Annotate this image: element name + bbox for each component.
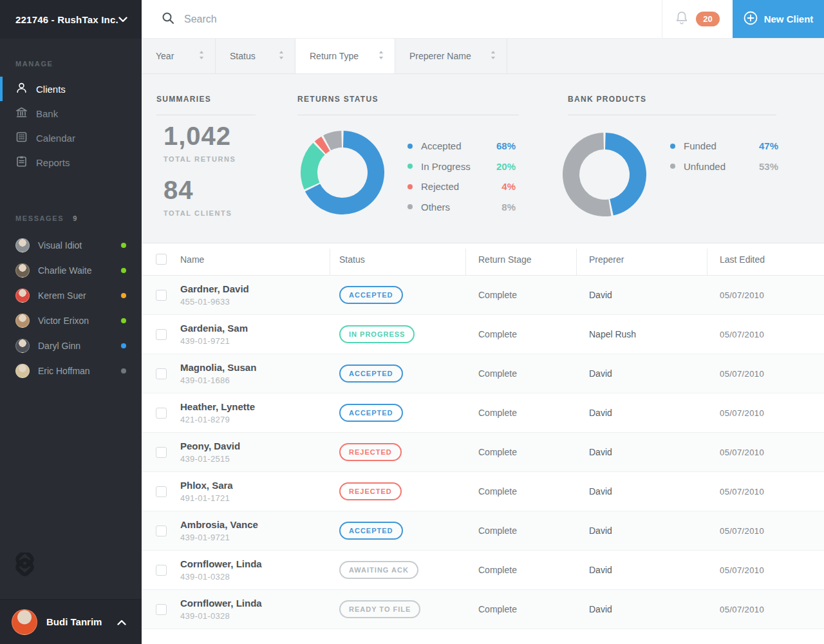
filter-year[interactable]: Year	[142, 39, 216, 73]
last-edited: 05/07/2010	[720, 605, 764, 614]
legend-label: Others	[421, 202, 501, 213]
row-checkbox[interactable]	[156, 565, 167, 576]
message-contact[interactable]: Kerem Suer	[0, 283, 142, 308]
column-header-return-stage[interactable]: Return Stage	[465, 243, 576, 275]
legend-value: 68%	[496, 140, 516, 151]
client-name: Phlox, Sara	[180, 480, 233, 491]
avatar	[15, 364, 30, 378]
returns-status-donut	[301, 131, 384, 214]
status-pill: ACCEPTED	[339, 365, 403, 383]
total-clients-value: 84	[164, 176, 232, 205]
row-checkbox[interactable]	[156, 368, 167, 379]
preparer: Napel Rush	[589, 329, 636, 339]
return-stage: Complete	[478, 368, 517, 379]
row-checkbox[interactable]	[156, 408, 167, 419]
filter-status[interactable]: Status	[216, 39, 295, 73]
avatar	[15, 238, 30, 252]
sidebar-item-label: Calendar	[36, 133, 75, 144]
row-checkbox[interactable]	[156, 329, 167, 340]
summaries-title: SUMMARIES	[156, 95, 211, 104]
clients-table: Name Status Return Stage Preperer Last E…	[142, 243, 824, 644]
last-edited: 05/07/2010	[720, 526, 764, 536]
table-row[interactable]: Ambrosia, Vance 439-01-9721 ACCEPTED Com…	[142, 511, 824, 551]
company-name: 221746 - RushTax Inc.	[15, 14, 118, 25]
column-header-preparer[interactable]: Preperer	[576, 243, 707, 275]
legend-marker-icon	[670, 144, 675, 149]
status-pill: ACCEPTED	[339, 286, 403, 304]
user-name: Budi Tanrim	[46, 616, 117, 627]
message-contact[interactable]: Visual Idiot	[0, 232, 142, 258]
last-edited: 05/07/2010	[720, 565, 764, 575]
legend-marker-icon	[407, 164, 413, 169]
legend-item: Unfunded 53%	[670, 156, 778, 177]
client-ssn: 439-01-2515	[180, 454, 230, 464]
row-checkbox[interactable]	[156, 486, 167, 497]
status-dot	[121, 268, 126, 273]
row-checkbox[interactable]	[156, 526, 167, 536]
total-clients-stat: 84 TOTAL CLIENTS	[164, 176, 232, 217]
row-checkbox[interactable]	[156, 447, 167, 458]
return-stage: Complete	[478, 329, 517, 339]
notifications[interactable]: 20	[662, 0, 733, 38]
notification-badge: 20	[696, 12, 719, 26]
search-icon	[162, 12, 174, 27]
avatar	[15, 289, 30, 303]
client-ssn: 439-01-1686	[180, 375, 230, 385]
status-pill: REJECTED	[339, 443, 402, 461]
table-row[interactable]: Cornflower, Linda 439-01-0328 AWAITING A…	[142, 551, 824, 590]
client-cell: Gardenia, Sam 439-01-9721	[180, 315, 330, 354]
row-checkbox[interactable]	[156, 604, 167, 615]
total-returns-stat: 1,042 TOTAL RETURNS	[164, 122, 236, 163]
message-contact[interactable]: Daryl Ginn	[0, 333, 142, 358]
message-contact[interactable]: Eric Hoffman	[0, 358, 142, 383]
table-row[interactable]: Gardenia, Sam 439-01-9721 IN PROGRESS Co…	[142, 315, 824, 354]
select-all-checkbox[interactable]	[156, 254, 167, 265]
column-header-status[interactable]: Status	[330, 243, 465, 275]
total-returns-label: TOTAL RETURNS	[164, 155, 236, 163]
sidebar-item-calendar[interactable]: Calendar	[0, 126, 142, 150]
company-switcher[interactable]: 221746 - RushTax Inc.	[0, 0, 142, 39]
sidebar-item-reports[interactable]: Reports	[0, 150, 142, 175]
status-dot	[121, 243, 126, 248]
table-row[interactable]: Heather, Lynette 421-01-8279 ACCEPTED Co…	[142, 393, 824, 433]
table-row[interactable]: Phlox, Sara 491-01-1721 REJECTED Complet…	[142, 472, 824, 511]
table-row[interactable]: Cornflower, Linda 439-01-0328 READY TO F…	[142, 590, 824, 629]
client-name: Gardner, David	[180, 283, 249, 294]
legend-label: Accepted	[421, 140, 496, 151]
filter-return-type[interactable]: Return Type	[295, 39, 395, 73]
row-checkbox[interactable]	[156, 290, 167, 301]
status-pill: AWAITING ACK	[339, 561, 418, 579]
returns-status-title: RETURNS STATUS	[297, 95, 379, 104]
column-header-last-edited[interactable]: Last Edited	[707, 243, 824, 275]
search-input[interactable]	[184, 14, 506, 25]
new-client-label: New Client	[764, 14, 814, 24]
legend-marker-icon	[407, 204, 413, 209]
preparer: David	[589, 290, 612, 300]
table-row[interactable]: Magnolia, Susan 439-01-1686 ACCEPTED Com…	[142, 354, 824, 393]
sidebar-item-clients[interactable]: Clients	[0, 77, 142, 101]
table-row[interactable]: Peony, David 439-01-2515 REJECTED Comple…	[142, 433, 824, 472]
legend-label: Unfunded	[684, 161, 759, 172]
return-stage: Complete	[478, 526, 517, 536]
calendar-icon	[15, 131, 28, 145]
avatar	[15, 314, 30, 328]
column-header-name[interactable]: Name	[180, 243, 330, 275]
message-contact[interactable]: Charlie Waite	[0, 258, 142, 283]
user-menu[interactable]: Budi Tanrim	[0, 599, 142, 644]
client-cell: Magnolia, Susan 439-01-1686	[180, 354, 330, 393]
sidebar-item-bank[interactable]: Bank	[0, 101, 142, 126]
table-row[interactable]: Gardner, David 455-01-9633 ACCEPTED Comp…	[142, 276, 824, 315]
app-logo	[0, 553, 142, 599]
total-returns-value: 1,042	[164, 122, 236, 151]
preparer: David	[589, 526, 612, 536]
last-edited: 05/07/2010	[720, 369, 764, 379]
new-client-button[interactable]: New Client	[733, 0, 824, 38]
filter-preparer-name[interactable]: Preperer Name	[395, 39, 507, 73]
message-contact[interactable]: Victor Erixon	[0, 308, 142, 333]
legend-marker-icon	[407, 184, 413, 189]
preparer: David	[589, 447, 612, 457]
legend-item: Rejected 4%	[407, 176, 516, 197]
last-edited: 05/07/2010	[720, 448, 764, 457]
legend-item: Accepted 68%	[407, 136, 516, 156]
client-cell: Cornflower, Linda 439-01-0328	[180, 590, 330, 629]
